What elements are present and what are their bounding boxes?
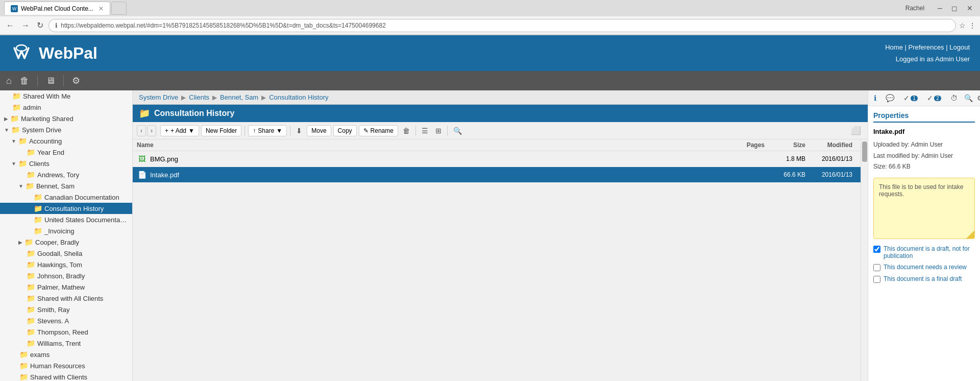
sidebar-item[interactable]: ▼ 📁 Clients xyxy=(0,158,132,169)
expand-arrow-icon: ▶ xyxy=(18,240,22,245)
properties-title: Properties xyxy=(873,111,975,123)
sidebar-item[interactable]: 📁 Thompson, Reed xyxy=(0,326,132,338)
folder-icon: 📁 xyxy=(18,159,27,168)
browser-tab[interactable]: W WebPal.net Cloud Conte... ✕ xyxy=(4,2,110,15)
back-button[interactable]: ← xyxy=(4,20,16,31)
sidebar-item[interactable]: 📁 Shared With Me xyxy=(0,90,132,102)
tab-close-button[interactable]: ✕ xyxy=(99,5,104,12)
breadcrumb-bennet-sam[interactable]: Bennet, Sam xyxy=(220,93,258,101)
sidebar-item[interactable]: ▶ 📁 Marketing Shared xyxy=(0,113,132,124)
nav-forward-arrow[interactable]: › xyxy=(147,125,156,136)
forward-button[interactable]: → xyxy=(19,20,32,31)
trash-toolbar-icon[interactable]: 🗑 xyxy=(20,76,29,86)
prop-checkbox-2[interactable] xyxy=(873,276,880,283)
sidebar-item[interactable]: 📁 Human Resources xyxy=(0,360,132,371)
sidebar-item[interactable]: 📁 Hawkings, Tom xyxy=(0,259,132,270)
move-button[interactable]: Move xyxy=(307,125,331,136)
new-folder-button[interactable]: New Folder xyxy=(201,125,241,136)
sidebar-item[interactable]: 📁 Williams, Trent xyxy=(0,338,132,349)
prop-search-icon[interactable]: 🔍 xyxy=(964,94,973,102)
folder-icon: 📁 xyxy=(34,227,42,235)
expand-button[interactable]: ⬜ xyxy=(848,124,864,137)
preferences-link[interactable]: Preferences xyxy=(909,43,944,51)
sidebar-item-label: Williams, Trent xyxy=(37,340,128,347)
home-link[interactable]: Home xyxy=(885,43,903,51)
sidebar-item[interactable]: ▼ 📁 System Drive xyxy=(0,124,132,135)
sidebar-item[interactable]: 📁 exams xyxy=(0,349,132,360)
prop-tab-info[interactable]: ℹ xyxy=(871,92,879,104)
prop-gear-icon[interactable]: ⚙ xyxy=(977,94,980,102)
expand-arrow-icon: ▼ xyxy=(11,138,16,144)
header-nav-links[interactable]: Home | Preferences | Logout xyxy=(885,41,970,53)
sidebar-item[interactable]: 📁 Johnson, Bradly xyxy=(0,270,132,281)
sidebar-item[interactable]: 📁 Goodall, Sheila xyxy=(0,248,132,259)
size-value: 66.6 KB xyxy=(889,163,911,170)
logout-link[interactable]: Logout xyxy=(949,43,970,51)
sidebar-item[interactable]: 📁 Andrews, Tory xyxy=(0,169,132,180)
minimize-button[interactable]: – xyxy=(935,3,945,14)
breadcrumb-clients[interactable]: Clients xyxy=(189,93,209,101)
prop-tab-comments[interactable]: 💬 xyxy=(883,92,897,104)
table-row[interactable]: 🖼 BMG.png 1.8 MB 2016/01/13 xyxy=(133,151,861,167)
file-size: 66.6 KB xyxy=(765,171,805,178)
delete-button[interactable]: 🗑 xyxy=(400,125,412,136)
file-rows: 🖼 BMG.png 1.8 MB 2016/01/13 📄 Intake.pdf… xyxy=(133,151,861,183)
prop-checkbox-item: This document needs a review xyxy=(873,264,975,271)
breadcrumb-consultation-history[interactable]: Consultation History xyxy=(269,93,328,101)
sidebar-item[interactable]: ▼ 📁 Accounting xyxy=(0,135,132,147)
sidebar-item-label: Andrews, Tory xyxy=(37,171,128,179)
new-tab-button[interactable] xyxy=(111,2,127,15)
prop-tab-tasks2[interactable]: ✓2 xyxy=(924,92,944,104)
browser-titlebar: W WebPal.net Cloud Conte... ✕ Rachel – ◻… xyxy=(0,0,980,16)
sidebar-item[interactable]: 📁 _Invoicing xyxy=(0,225,132,236)
home-toolbar-icon[interactable]: ⌂ xyxy=(6,76,12,86)
properties-meta: Uploaded by: Admin User Last modified by… xyxy=(873,139,975,173)
sidebar-item[interactable]: 📁 Year End xyxy=(0,147,132,158)
sidebar-item[interactable]: 📁 Shared with Clients xyxy=(0,371,132,381)
nav-back-arrow[interactable]: ‹ xyxy=(137,125,146,136)
sidebar-item[interactable]: 📁 Canadian Documentation xyxy=(0,192,132,203)
bookmark-icon[interactable]: ☆ xyxy=(959,21,966,30)
table-row[interactable]: 📄 Intake.pdf 66.6 KB 2016/01/13 xyxy=(133,167,861,183)
extensions-icon[interactable]: ⋮ xyxy=(969,21,976,30)
sidebar-item[interactable]: ▶ 📁 Cooper, Bradly xyxy=(0,236,132,248)
last-modified-label: Last modified by: xyxy=(873,152,920,159)
sidebar-item[interactable]: 📁 Smith, Ray xyxy=(0,304,132,315)
monitor-toolbar-icon[interactable]: 🖥 xyxy=(46,76,55,86)
sidebar-item[interactable]: 📁 Shared with All Clients xyxy=(0,293,132,304)
download-button[interactable]: ⬇ xyxy=(293,125,305,136)
sidebar-item-label: System Drive xyxy=(22,126,128,134)
breadcrumb-sep-3: ▶ xyxy=(261,94,266,101)
gear-toolbar-icon[interactable]: ⚙ xyxy=(72,75,80,86)
breadcrumb-system-drive[interactable]: System Drive xyxy=(139,93,178,101)
sidebar-item[interactable]: 📁 Palmer, Mathew xyxy=(0,281,132,293)
size-label: Size: xyxy=(873,163,887,170)
prop-tab-tasks1[interactable]: ✓1 xyxy=(901,92,920,104)
prop-tab-history[interactable]: ⏱ xyxy=(948,92,960,104)
prop-checkbox-1[interactable] xyxy=(873,264,880,271)
list-view-button[interactable]: ☰ xyxy=(419,125,431,136)
scrollbar-thumb[interactable] xyxy=(862,141,867,162)
col-size-header: Size xyxy=(765,141,805,149)
share-button[interactable]: ↑ Share ▼ xyxy=(248,125,287,136)
grid-view-button[interactable]: ⊞ xyxy=(433,125,444,136)
add-button[interactable]: + + Add ▼ xyxy=(160,125,199,136)
sidebar-item[interactable]: ▼ 📁 Bennet, Sam xyxy=(0,180,132,192)
file-name: Intake.pdf xyxy=(150,171,724,179)
sidebar-item[interactable]: 📁 United States Documentation xyxy=(0,214,132,225)
col-modified-header: Modified xyxy=(805,141,856,149)
toolbar-separator-1 xyxy=(37,75,38,86)
search-files-button[interactable]: 🔍 xyxy=(451,125,464,136)
sidebar-item[interactable]: 📁 Consultation History xyxy=(0,203,132,214)
prop-checkbox-0[interactable] xyxy=(873,246,880,253)
sidebar-item[interactable]: 📁 admin xyxy=(0,102,132,113)
restore-button[interactable]: ◻ xyxy=(948,3,961,13)
reload-button[interactable]: ↻ xyxy=(35,19,45,31)
address-bar[interactable]: ℹ https://webpaldemo.webpal.net/#dm=1%5B… xyxy=(48,19,956,32)
sidebar-item[interactable]: 📁 Stevens. A xyxy=(0,315,132,326)
file-list-scrollbar[interactable] xyxy=(861,139,868,381)
sidebar-item-label: Year End xyxy=(37,149,128,156)
close-button[interactable]: ✕ xyxy=(964,3,976,13)
rename-button[interactable]: ✎ Rename xyxy=(359,125,398,136)
copy-button[interactable]: Copy xyxy=(333,125,357,136)
